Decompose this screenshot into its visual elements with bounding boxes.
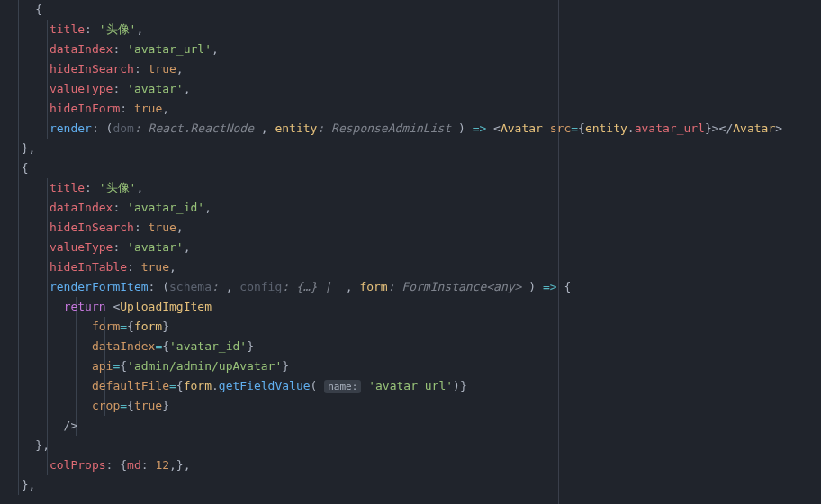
code-line: }, — [7, 141, 35, 155]
code-line: dataIndex={'avatar_id'} — [7, 339, 254, 353]
code-line: hideInSearch: true, — [7, 62, 184, 76]
code-line: crop={true} — [7, 399, 169, 412]
code-line: return <UploadImgItem — [7, 300, 212, 313]
code-line: title: '头像', — [7, 181, 143, 194]
code-line: /> — [7, 418, 77, 432]
code-line: render: (dom: React.ReactNode , entity: … — [7, 122, 782, 135]
code-line: defaultFile={form.getFieldValue( name: '… — [7, 379, 467, 392]
code-line: title: '头像', — [7, 22, 143, 36]
code-line: }, — [7, 438, 50, 452]
code-line: }, — [7, 478, 35, 491]
code-line: hideInForm: true, — [7, 102, 169, 115]
code-line: api={'admin/admin/upAvatar'} — [7, 359, 289, 373]
code-line: dataIndex: 'avatar_url', — [7, 42, 219, 56]
code-line: hideInSearch: true, — [7, 220, 184, 234]
code-line: valueType: 'avatar', — [7, 240, 191, 254]
editor-split-divider[interactable] — [558, 0, 559, 504]
code-line: { — [7, 3, 42, 16]
code-line: { — [7, 161, 28, 175]
code-editor[interactable]: { title: '头像', dataIndex: 'avatar_url', … — [0, 0, 558, 504]
code-line: form={form} — [7, 320, 169, 333]
code-line: valueType: 'avatar', — [7, 82, 191, 95]
code-line: renderFormItem: (schema: , config: {…} |… — [7, 280, 571, 293]
code-line: dataIndex: 'avatar_id', — [7, 201, 212, 214]
code-line: hideInTable: true, — [7, 260, 176, 274]
code-line: colProps: {md: 12,}, — [7, 458, 191, 472]
